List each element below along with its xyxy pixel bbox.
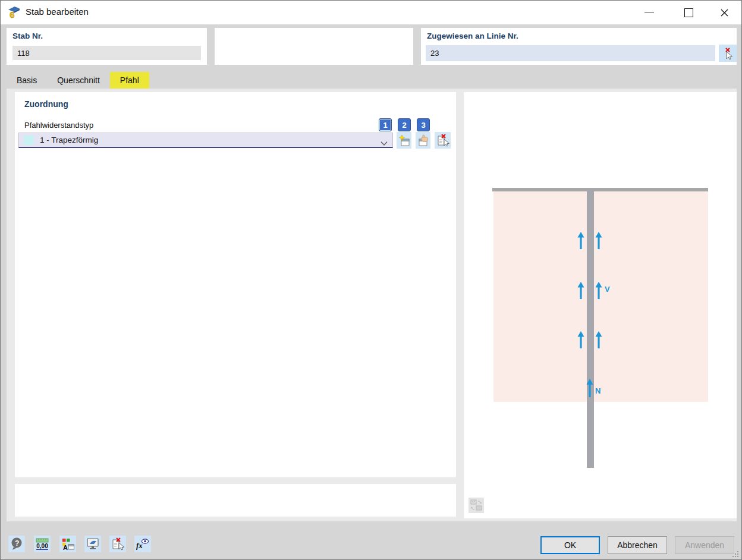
close-button[interactable] [710,1,738,24]
shaft-arrow-icon [595,232,603,249]
app-icon: 6 [7,5,21,19]
deselect-button[interactable] [109,536,126,552]
svg-text:A: A [63,544,68,551]
ok-button[interactable]: OK [540,536,600,554]
edit-hand-icon [417,134,429,147]
chevron-down-icon [381,138,388,149]
resistance-slot-1-button[interactable]: 1 [379,118,392,131]
comment-panel [15,484,456,517]
apply-button[interactable]: Anwenden [675,536,734,554]
display-properties-button[interactable]: A [59,536,76,552]
shaft-resistance-label: V [605,285,610,294]
member-number-input[interactable] [12,46,201,60]
document-x-cursor-icon [111,537,124,550]
preview-panel: V N [464,92,737,518]
formula-visibility-button[interactable]: fx [134,536,151,552]
minimize-icon [644,12,654,13]
tab-page-pfahl: Zuordnung Pfahlwiderstandstyp 1 2 3 1 - … [7,89,737,521]
edit-type-button[interactable] [416,132,430,149]
tab-pfahl[interactable]: Pfahl [110,72,149,89]
toggle-preview-button[interactable] [469,498,484,513]
assigned-line-label: Zugewiesen an Linie Nr. [427,32,518,40]
maximize-icon [684,8,693,17]
ground-surface-line [492,188,708,191]
resize-grip[interactable] [732,551,738,557]
resistance-slot-2-button[interactable]: 2 [398,118,411,131]
deselect-type-button[interactable] [435,132,451,149]
shaft-arrow-icon [595,282,603,299]
assignment-panel: Zuordnung Pfahlwiderstandstyp 1 2 3 1 - … [15,92,456,477]
shaft-arrow-icon [577,331,585,348]
select-line-button[interactable] [719,45,737,62]
pile-resistance-type-label: Pfahlwiderstandstyp [24,121,93,130]
formula-eye-icon: fx [136,537,150,550]
document-x-cursor-icon [436,134,449,147]
dialog-title: Stab bearbeiten [26,7,89,17]
header-middle-panel [215,28,413,65]
resistance-slot-3-button[interactable]: 3 [417,118,430,131]
tab-basis[interactable]: Basis [7,72,47,89]
switch-graphic-icon [470,499,483,512]
maximize-button[interactable] [675,1,702,24]
cancel-button[interactable]: Abbrechen [608,536,667,554]
section-title: Zuordnung [24,99,68,109]
new-star-icon [398,134,410,147]
units-settings-button[interactable]: 0,00 [34,536,51,552]
assigned-line-input[interactable] [426,45,715,61]
base-resistance-label: N [595,386,600,395]
monitor-icon [86,537,100,551]
svg-text:?: ? [15,539,19,548]
pick-cursor-icon [721,47,734,60]
edit-member-dialog: 6 Stab bearbeiten Stab Nr. Zugewiesen an… [0,0,742,560]
tab-querschnitt[interactable]: Querschnitt [47,72,110,89]
assigned-line-panel: Zugewiesen an Linie Nr. [421,28,737,65]
type-color-swatch [24,136,34,145]
minimize-button[interactable] [636,1,663,24]
new-type-button[interactable] [397,132,411,149]
shaft-arrow-icon [577,282,585,299]
pile-resistance-type-dropdown[interactable]: 1 - Trapezförmig [18,133,393,148]
pile-member [587,188,594,468]
svg-text:6: 6 [10,10,14,19]
display-properties-icon: A [61,537,75,551]
shaft-arrow-icon [577,232,585,249]
shaft-arrow-icon [595,331,603,348]
rendering-button[interactable] [84,536,101,552]
help-icon: ? [10,537,24,551]
base-arrow-icon [586,379,594,397]
close-icon [720,8,729,17]
footer-bar: ? 0,00 A [1,521,741,560]
help-button[interactable]: ? [8,536,25,552]
member-number-label: Stab Nr. [12,32,43,40]
member-number-panel: Stab Nr. [7,28,207,65]
dropdown-selected-value: 1 - Trapezförmig [40,136,98,144]
tab-bar: Basis Querschnitt Pfahl [7,72,149,89]
units-icon: 0,00 [36,538,49,550]
title-bar: 6 Stab bearbeiten [1,1,741,24]
